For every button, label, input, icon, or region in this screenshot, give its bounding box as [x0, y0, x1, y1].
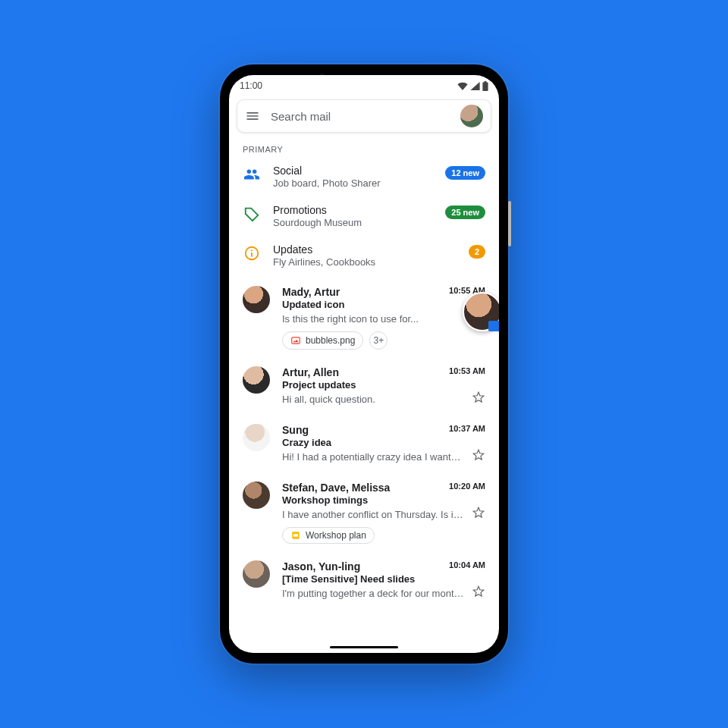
- mail-row[interactable]: Mady, Artur 10:55 AM Updated icon Is thi…: [229, 278, 499, 359]
- mail-snippet: Hi! I had a potentially crazy idea I wan…: [282, 451, 464, 463]
- mail-row[interactable]: Artur, Allen 10:53 AM Project updates Hi…: [229, 359, 499, 416]
- chat-head[interactable]: [463, 292, 499, 331]
- mail-sender: Stefan, Dave, Melissa: [282, 482, 443, 494]
- inbox-content[interactable]: Social Job board, Photo Sharer 12 new Pr…: [229, 160, 499, 653]
- chip-label: Workshop plan: [306, 530, 366, 541]
- attachment-more-chip[interactable]: 3+: [369, 331, 388, 350]
- mail-sender: Jason, Yun-ling: [282, 560, 443, 573]
- info-icon: [243, 243, 261, 262]
- category-subtitle: Fly Airlines, Cookbooks: [273, 256, 457, 268]
- category-social[interactable]: Social Job board, Photo Sharer 12 new: [229, 160, 499, 199]
- mail-time: 10:37 AM: [443, 424, 485, 433]
- chat-head-badge-icon: [488, 321, 499, 331]
- phone-frame: 11:00 Search mail PRIMARY: [220, 64, 508, 664]
- sender-avatar[interactable]: [243, 482, 270, 509]
- mail-snippet: Hi all, quick question.: [282, 394, 464, 405]
- status-icons: [457, 81, 488, 91]
- search-input[interactable]: Search mail: [271, 110, 450, 123]
- mail-row[interactable]: Sung 10:37 AM Crazy idea Hi! I had a pot…: [229, 416, 499, 474]
- mail-subject: Project updates: [282, 379, 485, 391]
- social-icon: [243, 165, 261, 183]
- category-promotions[interactable]: Promotions Sourdough Museum 25 new: [229, 199, 499, 239]
- account-avatar[interactable]: [460, 105, 483, 127]
- attachment-chip[interactable]: bubbles.png: [282, 331, 363, 350]
- mail-sender: Mady, Artur: [282, 286, 443, 298]
- badge-new: 25 new: [445, 206, 485, 219]
- sender-avatar[interactable]: [243, 286, 270, 313]
- star-icon[interactable]: [472, 506, 485, 522]
- mail-subject: Updated icon: [282, 299, 485, 310]
- mail-subject: [Time Sensitive] Need slides: [282, 573, 485, 585]
- category-subtitle: Sourdough Museum: [273, 217, 433, 228]
- mail-subject: Crazy idea: [282, 437, 485, 448]
- chip-label: 3+: [374, 335, 384, 346]
- screen: 11:00 Search mail PRIMARY: [229, 75, 499, 653]
- chip-label: bubbles.png: [306, 335, 355, 346]
- status-time: 11:00: [240, 80, 262, 91]
- mail-snippet: I'm putting together a deck for our mont…: [282, 588, 464, 599]
- mail-subject: Workshop timings: [282, 494, 485, 506]
- sender-avatar[interactable]: [243, 366, 270, 394]
- star-icon[interactable]: [472, 448, 485, 465]
- svg-rect-2: [251, 249, 253, 251]
- star-icon[interactable]: [472, 391, 485, 407]
- svg-rect-5: [293, 534, 298, 537]
- signal-icon: [470, 82, 480, 90]
- sender-avatar[interactable]: [243, 560, 270, 588]
- badge-new: 2: [469, 245, 485, 259]
- category-subtitle: Job board, Photo Sharer: [273, 177, 433, 189]
- mail-time: 10:20 AM: [443, 482, 485, 491]
- category-updates[interactable]: Updates Fly Airlines, Cookbooks 2: [229, 239, 499, 278]
- mail-time: 10:04 AM: [443, 560, 485, 570]
- mail-sender: Artur, Allen: [282, 366, 443, 378]
- svg-rect-3: [292, 337, 300, 344]
- category-title: Promotions: [273, 204, 433, 216]
- battery-icon: [482, 81, 488, 91]
- attachment-chip[interactable]: Workshop plan: [282, 527, 375, 544]
- mail-time: 10:53 AM: [443, 366, 485, 375]
- mail-row[interactable]: Jason, Yun-ling 10:04 AM [Time Sensitive…: [229, 553, 499, 610]
- mail-row[interactable]: Stefan, Dave, Melissa 10:20 AM Workshop …: [229, 474, 499, 553]
- power-button: [508, 201, 511, 246]
- category-title: Updates: [273, 243, 457, 256]
- search-bar[interactable]: Search mail: [237, 99, 491, 133]
- mail-snippet: I have another conflict on Thursday. Is …: [282, 509, 464, 520]
- star-icon[interactable]: [472, 585, 485, 601]
- image-icon: [290, 335, 301, 346]
- section-label: PRIMARY: [229, 140, 499, 160]
- mail-sender: Sung: [282, 424, 443, 436]
- status-bar: 11:00: [229, 75, 499, 95]
- svg-rect-1: [251, 253, 253, 257]
- wifi-icon: [457, 82, 468, 90]
- badge-new: 12 new: [445, 166, 485, 180]
- tag-icon: [243, 204, 261, 222]
- sender-avatar[interactable]: [243, 424, 270, 451]
- mail-snippet: Is this the right icon to use for...: [282, 313, 464, 325]
- nav-home-indicator[interactable]: [330, 646, 398, 648]
- menu-icon[interactable]: [245, 108, 260, 124]
- slides-icon: [290, 530, 301, 541]
- category-title: Social: [273, 165, 433, 177]
